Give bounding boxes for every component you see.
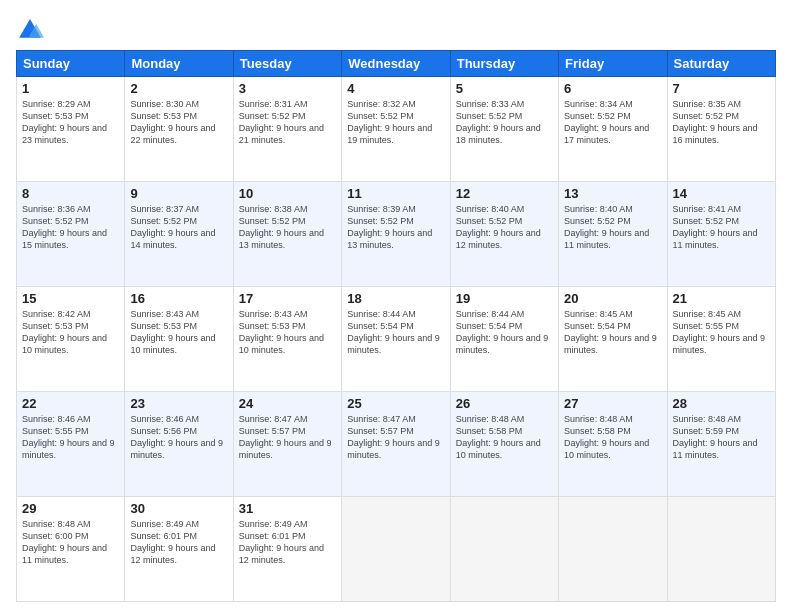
calendar-cell: 10Sunrise: 8:38 AMSunset: 5:52 PMDayligh… (233, 182, 341, 287)
calendar-cell: 17Sunrise: 8:43 AMSunset: 5:53 PMDayligh… (233, 287, 341, 392)
cell-info: Sunrise: 8:41 AMSunset: 5:52 PMDaylight:… (673, 204, 758, 250)
day-number: 15 (22, 291, 119, 306)
calendar-cell: 3Sunrise: 8:31 AMSunset: 5:52 PMDaylight… (233, 77, 341, 182)
calendar-cell: 20Sunrise: 8:45 AMSunset: 5:54 PMDayligh… (559, 287, 667, 392)
header-day: Thursday (450, 51, 558, 77)
day-number: 5 (456, 81, 553, 96)
calendar-cell: 14Sunrise: 8:41 AMSunset: 5:52 PMDayligh… (667, 182, 775, 287)
calendar-cell: 2Sunrise: 8:30 AMSunset: 5:53 PMDaylight… (125, 77, 233, 182)
day-number: 8 (22, 186, 119, 201)
day-number: 13 (564, 186, 661, 201)
day-number: 31 (239, 501, 336, 516)
calendar-cell: 4Sunrise: 8:32 AMSunset: 5:52 PMDaylight… (342, 77, 450, 182)
calendar-cell: 18Sunrise: 8:44 AMSunset: 5:54 PMDayligh… (342, 287, 450, 392)
calendar-cell: 31Sunrise: 8:49 AMSunset: 6:01 PMDayligh… (233, 497, 341, 602)
calendar-cell: 9Sunrise: 8:37 AMSunset: 5:52 PMDaylight… (125, 182, 233, 287)
header-day: Wednesday (342, 51, 450, 77)
header-day: Monday (125, 51, 233, 77)
calendar-cell: 13Sunrise: 8:40 AMSunset: 5:52 PMDayligh… (559, 182, 667, 287)
cell-info: Sunrise: 8:29 AMSunset: 5:53 PMDaylight:… (22, 99, 107, 145)
calendar-cell: 11Sunrise: 8:39 AMSunset: 5:52 PMDayligh… (342, 182, 450, 287)
calendar-cell (667, 497, 775, 602)
day-number: 16 (130, 291, 227, 306)
calendar-cell: 7Sunrise: 8:35 AMSunset: 5:52 PMDaylight… (667, 77, 775, 182)
calendar-cell: 12Sunrise: 8:40 AMSunset: 5:52 PMDayligh… (450, 182, 558, 287)
calendar-cell: 21Sunrise: 8:45 AMSunset: 5:55 PMDayligh… (667, 287, 775, 392)
cell-info: Sunrise: 8:31 AMSunset: 5:52 PMDaylight:… (239, 99, 324, 145)
day-number: 12 (456, 186, 553, 201)
calendar-cell (342, 497, 450, 602)
day-number: 14 (673, 186, 770, 201)
cell-info: Sunrise: 8:47 AMSunset: 5:57 PMDaylight:… (347, 414, 440, 460)
cell-info: Sunrise: 8:48 AMSunset: 5:58 PMDaylight:… (564, 414, 649, 460)
day-number: 7 (673, 81, 770, 96)
cell-info: Sunrise: 8:42 AMSunset: 5:53 PMDaylight:… (22, 309, 107, 355)
cell-info: Sunrise: 8:35 AMSunset: 5:52 PMDaylight:… (673, 99, 758, 145)
day-number: 24 (239, 396, 336, 411)
cell-info: Sunrise: 8:45 AMSunset: 5:54 PMDaylight:… (564, 309, 657, 355)
day-number: 25 (347, 396, 444, 411)
cell-info: Sunrise: 8:36 AMSunset: 5:52 PMDaylight:… (22, 204, 107, 250)
day-number: 23 (130, 396, 227, 411)
cell-info: Sunrise: 8:38 AMSunset: 5:52 PMDaylight:… (239, 204, 324, 250)
calendar-cell: 6Sunrise: 8:34 AMSunset: 5:52 PMDaylight… (559, 77, 667, 182)
day-number: 21 (673, 291, 770, 306)
cell-info: Sunrise: 8:39 AMSunset: 5:52 PMDaylight:… (347, 204, 432, 250)
day-number: 9 (130, 186, 227, 201)
calendar-cell (450, 497, 558, 602)
day-number: 17 (239, 291, 336, 306)
cell-info: Sunrise: 8:46 AMSunset: 5:56 PMDaylight:… (130, 414, 223, 460)
calendar-cell (559, 497, 667, 602)
day-number: 6 (564, 81, 661, 96)
cell-info: Sunrise: 8:33 AMSunset: 5:52 PMDaylight:… (456, 99, 541, 145)
cell-info: Sunrise: 8:30 AMSunset: 5:53 PMDaylight:… (130, 99, 215, 145)
cell-info: Sunrise: 8:44 AMSunset: 5:54 PMDaylight:… (456, 309, 549, 355)
header (16, 16, 776, 44)
logo-icon (16, 16, 44, 44)
calendar-cell: 22Sunrise: 8:46 AMSunset: 5:55 PMDayligh… (17, 392, 125, 497)
cell-info: Sunrise: 8:34 AMSunset: 5:52 PMDaylight:… (564, 99, 649, 145)
cell-info: Sunrise: 8:49 AMSunset: 6:01 PMDaylight:… (239, 519, 324, 565)
day-number: 22 (22, 396, 119, 411)
cell-info: Sunrise: 8:45 AMSunset: 5:55 PMDaylight:… (673, 309, 766, 355)
day-number: 26 (456, 396, 553, 411)
day-number: 30 (130, 501, 227, 516)
calendar-cell: 16Sunrise: 8:43 AMSunset: 5:53 PMDayligh… (125, 287, 233, 392)
day-number: 29 (22, 501, 119, 516)
header-day: Tuesday (233, 51, 341, 77)
cell-info: Sunrise: 8:48 AMSunset: 5:59 PMDaylight:… (673, 414, 758, 460)
day-number: 11 (347, 186, 444, 201)
page: SundayMondayTuesdayWednesdayThursdayFrid… (0, 0, 792, 612)
header-day: Sunday (17, 51, 125, 77)
calendar-cell: 26Sunrise: 8:48 AMSunset: 5:58 PMDayligh… (450, 392, 558, 497)
cell-info: Sunrise: 8:46 AMSunset: 5:55 PMDaylight:… (22, 414, 115, 460)
calendar-cell: 24Sunrise: 8:47 AMSunset: 5:57 PMDayligh… (233, 392, 341, 497)
cell-info: Sunrise: 8:49 AMSunset: 6:01 PMDaylight:… (130, 519, 215, 565)
day-number: 2 (130, 81, 227, 96)
cell-info: Sunrise: 8:48 AMSunset: 5:58 PMDaylight:… (456, 414, 541, 460)
day-number: 27 (564, 396, 661, 411)
cell-info: Sunrise: 8:48 AMSunset: 6:00 PMDaylight:… (22, 519, 107, 565)
cell-info: Sunrise: 8:40 AMSunset: 5:52 PMDaylight:… (564, 204, 649, 250)
cell-info: Sunrise: 8:32 AMSunset: 5:52 PMDaylight:… (347, 99, 432, 145)
day-number: 28 (673, 396, 770, 411)
calendar-cell: 29Sunrise: 8:48 AMSunset: 6:00 PMDayligh… (17, 497, 125, 602)
calendar-cell: 25Sunrise: 8:47 AMSunset: 5:57 PMDayligh… (342, 392, 450, 497)
header-day: Friday (559, 51, 667, 77)
cell-info: Sunrise: 8:43 AMSunset: 5:53 PMDaylight:… (130, 309, 215, 355)
calendar-cell: 1Sunrise: 8:29 AMSunset: 5:53 PMDaylight… (17, 77, 125, 182)
day-number: 10 (239, 186, 336, 201)
cell-info: Sunrise: 8:37 AMSunset: 5:52 PMDaylight:… (130, 204, 215, 250)
calendar-cell: 5Sunrise: 8:33 AMSunset: 5:52 PMDaylight… (450, 77, 558, 182)
logo (16, 16, 48, 44)
calendar-cell: 19Sunrise: 8:44 AMSunset: 5:54 PMDayligh… (450, 287, 558, 392)
day-number: 18 (347, 291, 444, 306)
day-number: 4 (347, 81, 444, 96)
cell-info: Sunrise: 8:40 AMSunset: 5:52 PMDaylight:… (456, 204, 541, 250)
calendar-cell: 27Sunrise: 8:48 AMSunset: 5:58 PMDayligh… (559, 392, 667, 497)
cell-info: Sunrise: 8:44 AMSunset: 5:54 PMDaylight:… (347, 309, 440, 355)
day-number: 19 (456, 291, 553, 306)
calendar-cell: 30Sunrise: 8:49 AMSunset: 6:01 PMDayligh… (125, 497, 233, 602)
calendar-cell: 8Sunrise: 8:36 AMSunset: 5:52 PMDaylight… (17, 182, 125, 287)
cell-info: Sunrise: 8:43 AMSunset: 5:53 PMDaylight:… (239, 309, 324, 355)
